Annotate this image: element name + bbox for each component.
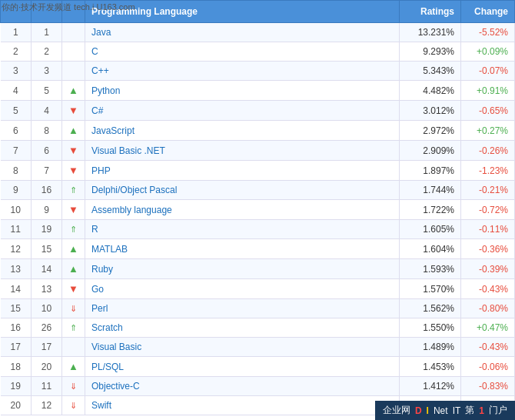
table-row: 14 13 ▼ Go 1.570% -0.43% bbox=[1, 279, 515, 299]
table-row: 2 2 C 9.293% +0.09% bbox=[1, 42, 515, 62]
rank-cell: 14 bbox=[1, 279, 32, 299]
table-row: 17 17 Visual Basic 1.489% -0.43% bbox=[1, 338, 515, 357]
change-cell: +0.47% bbox=[461, 318, 515, 338]
language-cell: Perl bbox=[85, 299, 400, 318]
arrow-up2-icon: ⇑ bbox=[70, 225, 77, 234]
rating-cell: 1.593% bbox=[400, 259, 461, 279]
change-cell: -0.72% bbox=[461, 200, 515, 220]
rating-cell: 1.489% bbox=[400, 338, 461, 357]
change-cell: -0.43% bbox=[461, 338, 515, 357]
rating-cell: 1.744% bbox=[400, 181, 461, 200]
language-cell: Ruby bbox=[85, 259, 400, 279]
arrow-down-icon: ▼ bbox=[68, 165, 78, 176]
arrow-down-icon: ▼ bbox=[68, 145, 78, 156]
table-row: 15 10 ⇓ Perl 1.562% -0.80% bbox=[1, 299, 515, 318]
table-row: 11 19 ⇑ R 1.605% -0.11% bbox=[1, 220, 515, 239]
arrow-up-icon: ▲ bbox=[68, 263, 78, 275]
table-row: 7 6 ▼ Visual Basic .NET 2.909% -0.26% bbox=[1, 141, 515, 161]
arrow-cell: ⇓ bbox=[62, 299, 85, 318]
prev-rank-cell: 15 bbox=[32, 239, 62, 259]
arrow-up2-icon: ⇑ bbox=[70, 323, 77, 332]
rating-cell: 3.012% bbox=[400, 101, 461, 121]
rank-cell: 2 bbox=[1, 42, 32, 62]
rating-cell: 1.605% bbox=[400, 220, 461, 239]
rating-cell: 9.293% bbox=[400, 42, 461, 62]
table-row: 3 3 C++ 5.343% -0.07% bbox=[1, 62, 515, 81]
rating-cell: 1.604% bbox=[400, 239, 461, 259]
language-cell: Python bbox=[85, 81, 400, 101]
table-row: 19 11 ⇓ Objective-C 1.412% -0.83% bbox=[1, 377, 515, 396]
change-cell: +0.27% bbox=[461, 121, 515, 141]
language-cell: Swift bbox=[85, 396, 400, 415]
prev-rank-cell: 10 bbox=[32, 299, 62, 318]
arrow-down2-icon: ⇓ bbox=[70, 382, 77, 391]
arrow-cell: ⇑ bbox=[62, 220, 85, 239]
rankings-table: Programming Language Ratings Change 1 1 … bbox=[0, 0, 515, 415]
arrow-cell: ▼ bbox=[62, 279, 85, 299]
rank-cell: 10 bbox=[1, 200, 32, 220]
rank-cell: 20 bbox=[1, 396, 32, 415]
language-cell: Delphi/Object Pascal bbox=[85, 181, 400, 200]
arrow-down2-icon: ⇓ bbox=[70, 401, 77, 410]
change-cell: -0.36% bbox=[461, 239, 515, 259]
language-cell: Visual Basic bbox=[85, 338, 400, 357]
col-ratings: Ratings bbox=[400, 1, 461, 23]
arrow-cell: ▼ bbox=[62, 200, 85, 220]
rating-cell: 1.562% bbox=[400, 299, 461, 318]
rating-cell: 1.550% bbox=[400, 318, 461, 338]
change-cell: -0.21% bbox=[461, 181, 515, 200]
rank-cell: 8 bbox=[1, 161, 32, 181]
prev-rank-cell: 19 bbox=[32, 220, 62, 239]
language-cell: C# bbox=[85, 101, 400, 121]
rating-cell: 1.453% bbox=[400, 357, 461, 377]
table-row: 12 15 ▲ MATLAB 1.604% -0.36% bbox=[1, 239, 515, 259]
language-cell: Objective-C bbox=[85, 377, 400, 396]
bottom-text-portal: 门户 bbox=[489, 404, 507, 417]
rating-cell: 1.897% bbox=[400, 161, 461, 181]
change-cell: -0.11% bbox=[461, 220, 515, 239]
language-cell: C bbox=[85, 42, 400, 62]
table-row: 5 4 ▼ C# 3.012% -0.65% bbox=[1, 101, 515, 121]
arrow-cell: ▲ bbox=[62, 121, 85, 141]
change-cell: -0.26% bbox=[461, 141, 515, 161]
arrow-cell: ▼ bbox=[62, 141, 85, 161]
arrow-cell: ⇓ bbox=[62, 377, 85, 396]
table-row: 6 8 ▲ JavaScript 2.972% +0.27% bbox=[1, 121, 515, 141]
prev-rank-cell: 7 bbox=[32, 161, 62, 181]
change-cell: +0.91% bbox=[461, 81, 515, 101]
prev-rank-cell: 1 bbox=[32, 23, 62, 42]
arrow-cell: ▼ bbox=[62, 101, 85, 121]
language-cell: MATLAB bbox=[85, 239, 400, 259]
arrow-down-icon: ▼ bbox=[68, 283, 78, 295]
change-cell: -0.80% bbox=[461, 299, 515, 318]
bottom-text-enterprise: 企业网 bbox=[383, 404, 410, 417]
rating-cell: 5.343% bbox=[400, 62, 461, 81]
rank-cell: 3 bbox=[1, 62, 32, 81]
language-cell: PHP bbox=[85, 161, 400, 181]
change-cell: -0.07% bbox=[461, 62, 515, 81]
watermark: 你的·技术开发频道 tech.i U163.com bbox=[2, 2, 135, 13]
table-row: 18 20 ▲ PL/SQL 1.453% -0.06% bbox=[1, 357, 515, 377]
rank-cell: 13 bbox=[1, 259, 32, 279]
prev-rank-cell: 20 bbox=[32, 357, 62, 377]
prev-rank-cell: 12 bbox=[32, 396, 62, 415]
arrow-down2-icon: ⇓ bbox=[70, 304, 77, 313]
bottom-logo-net: Net bbox=[434, 405, 448, 416]
rank-cell: 16 bbox=[1, 318, 32, 338]
arrow-up-icon: ▲ bbox=[68, 243, 78, 255]
arrow-up-icon: ▲ bbox=[68, 85, 78, 96]
rank-cell: 6 bbox=[1, 121, 32, 141]
change-cell: -0.43% bbox=[461, 279, 515, 299]
language-cell: Java bbox=[85, 23, 400, 42]
rating-cell: 4.482% bbox=[400, 81, 461, 101]
arrow-cell: ⇑ bbox=[62, 181, 85, 200]
prev-rank-cell: 4 bbox=[32, 101, 62, 121]
table-row: 4 5 ▲ Python 4.482% +0.91% bbox=[1, 81, 515, 101]
col-change: Change bbox=[461, 1, 515, 23]
rating-cell: 1.722% bbox=[400, 200, 461, 220]
prev-rank-cell: 17 bbox=[32, 338, 62, 357]
rank-cell: 1 bbox=[1, 23, 32, 42]
change-cell: -0.83% bbox=[461, 377, 515, 396]
prev-rank-cell: 2 bbox=[32, 42, 62, 62]
rank-cell: 12 bbox=[1, 239, 32, 259]
